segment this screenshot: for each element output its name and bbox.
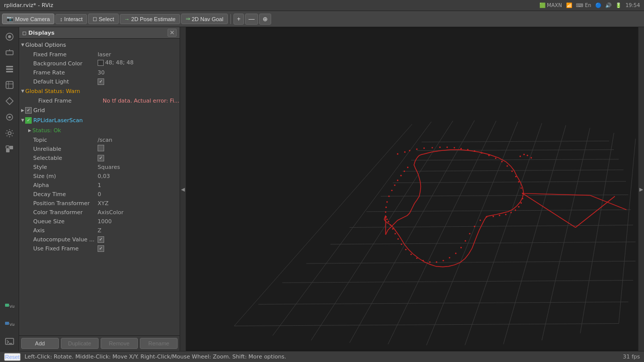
svg-text:Viz: Viz xyxy=(10,323,15,327)
svg-point-95 xyxy=(390,224,391,226)
selectable-label: Selectable xyxy=(30,155,96,161)
rename-button[interactable]: Rename xyxy=(140,338,178,349)
default-light-checkbox[interactable]: ✓ xyxy=(98,78,104,85)
global-options-header[interactable]: ▶ Global Options xyxy=(19,40,180,50)
svg-point-52 xyxy=(439,146,441,148)
svg-point-77 xyxy=(479,220,481,221)
svg-point-102 xyxy=(388,196,390,197)
fixed-frame-value[interactable]: laser xyxy=(96,51,180,58)
svg-point-108 xyxy=(407,167,409,168)
svg-point-103 xyxy=(391,190,392,191)
position-transformer-value[interactable]: XYZ xyxy=(96,200,180,207)
sidebar-icon-terminal[interactable] xyxy=(2,334,17,349)
alpha-value[interactable]: 1 xyxy=(96,182,180,189)
sidebar-icon-rviz2: Viz xyxy=(2,316,17,331)
pose-icon: → xyxy=(124,16,130,22)
axis-label: Axis xyxy=(30,227,96,234)
grid-expand[interactable]: ▶ xyxy=(21,108,24,113)
add-button[interactable]: Add xyxy=(21,338,59,349)
pose-estimate-button[interactable]: → 2D Pose Estimate xyxy=(120,14,180,24)
panel-collapse-arrow[interactable]: ◀ xyxy=(180,27,186,351)
svg-rect-4 xyxy=(6,66,13,67)
frame-rate-value[interactable]: 30 xyxy=(96,69,180,76)
sidebar-icon-1[interactable] xyxy=(2,45,17,60)
svg-rect-14 xyxy=(6,146,9,148)
topic-row: Topic /scan xyxy=(19,135,180,144)
decay-time-value[interactable]: 0 xyxy=(96,191,180,198)
size-label: Size (m) xyxy=(30,173,96,179)
displays-header: ◻ Displays ✕ xyxy=(19,27,180,39)
rplidar-expand[interactable]: ▶ xyxy=(21,119,25,122)
rplidar-status-expand[interactable]: ▶ xyxy=(28,128,31,133)
svg-point-62 xyxy=(507,165,508,167)
reset-button[interactable]: Reset xyxy=(4,353,21,361)
global-status-header[interactable]: ▶ Global Status: Warn xyxy=(19,86,180,96)
svg-point-101 xyxy=(386,201,388,203)
queue-size-value[interactable]: 1000 xyxy=(96,218,180,225)
background-color-value[interactable]: 48; 48; 48 xyxy=(96,59,180,67)
toolbar-separator xyxy=(230,14,231,24)
global-status-label: Global Status: Warn xyxy=(25,88,178,95)
sidebar-icon-settings[interactable] xyxy=(2,126,17,141)
topic-value[interactable]: /scan xyxy=(96,137,180,143)
grid-header[interactable]: ▶ ✓ Grid xyxy=(19,105,180,115)
remove-button[interactable]: Remove xyxy=(101,338,138,349)
unreliable-checkbox[interactable] xyxy=(98,145,104,151)
interact-button[interactable]: ↕ Interact xyxy=(55,14,87,24)
sidebar-icon-4[interactable] xyxy=(2,94,17,109)
svg-point-66 xyxy=(520,188,522,189)
selectable-checkbox[interactable]: ✓ xyxy=(98,155,104,161)
svg-rect-6 xyxy=(6,71,13,72)
sidebar-icon-0[interactable] xyxy=(2,29,17,44)
color-transformer-value[interactable]: AxisColor xyxy=(96,209,180,216)
use-fixed-frame-checkbox[interactable]: ✓ xyxy=(98,245,104,252)
sidebar-icon-2[interactable] xyxy=(2,61,17,76)
right-panel-collapse-arrow[interactable]: ▶ xyxy=(638,27,644,351)
size-value[interactable]: 0,03 xyxy=(96,173,180,179)
rplidar-checkbox[interactable]: ✓ xyxy=(25,117,32,124)
svg-point-89 xyxy=(411,253,412,255)
status-hint: Left-Click: Rotate. Middle-Click: Move X… xyxy=(25,353,286,360)
autocompute-label: Autocompute Value ... xyxy=(30,236,96,243)
global-status-expand[interactable]: ▶ xyxy=(21,89,25,93)
bluetooth-icon: 🔵 xyxy=(595,3,601,8)
nav-icon: ⇒ xyxy=(186,16,190,22)
main-area: Viz Viz ◻ Displays ✕ ▶ Global Options xyxy=(0,27,644,351)
zoom-in-button[interactable]: + xyxy=(233,14,244,25)
duplicate-button[interactable]: Duplicate xyxy=(61,338,99,349)
svg-point-70 xyxy=(518,206,520,208)
style-value[interactable]: Squares xyxy=(96,164,180,170)
svg-point-99 xyxy=(385,211,386,213)
grid-checkbox[interactable]: ✓ xyxy=(25,107,32,114)
svg-point-53 xyxy=(446,146,448,148)
svg-point-57 xyxy=(474,150,475,152)
svg-point-73 xyxy=(505,214,507,215)
nav-goal-button[interactable]: ⇒ 2D Nav Goal xyxy=(181,14,228,24)
svg-point-69 xyxy=(520,202,522,204)
clock: 19:54 xyxy=(625,3,640,8)
axis-value[interactable]: Z xyxy=(96,227,180,234)
3d-viewport[interactable]: .grid-line { stroke: #3a3a3a; stroke-wid… xyxy=(186,27,638,351)
sidebar-icon-5[interactable] xyxy=(2,110,17,125)
select-button[interactable]: ◻ Select xyxy=(88,14,119,24)
autocompute-checkbox[interactable]: ✓ xyxy=(98,236,104,243)
svg-rect-21 xyxy=(186,28,638,350)
sidebar-icon-3[interactable] xyxy=(2,77,17,93)
displays-close-button[interactable]: ✕ xyxy=(168,29,177,37)
global-options-expand[interactable]: ▶ xyxy=(21,43,25,46)
svg-point-85 xyxy=(436,261,437,263)
3d-grid: .grid-line { stroke: #3a3a3a; stroke-wid… xyxy=(186,27,638,351)
style-row: Style Squares xyxy=(19,162,180,171)
keyboard-icon: ⌨ En xyxy=(576,3,591,8)
decay-time-label: Decay Time xyxy=(30,191,96,198)
zoom-fit-button[interactable]: ⊕ xyxy=(259,14,271,25)
displays-panel-title: Displays xyxy=(28,30,54,36)
sidebar-icon-plugins[interactable] xyxy=(2,142,17,157)
svg-rect-2 xyxy=(6,51,13,55)
svg-point-71 xyxy=(515,210,516,211)
svg-rect-7 xyxy=(6,81,13,88)
svg-rect-17 xyxy=(5,322,9,325)
rplidar-header[interactable]: ▶ ✓ RPLidarLaserScan xyxy=(19,115,180,125)
move-camera-button[interactable]: 📷 Move Camera xyxy=(2,14,54,24)
zoom-out-button[interactable]: — xyxy=(245,14,258,25)
